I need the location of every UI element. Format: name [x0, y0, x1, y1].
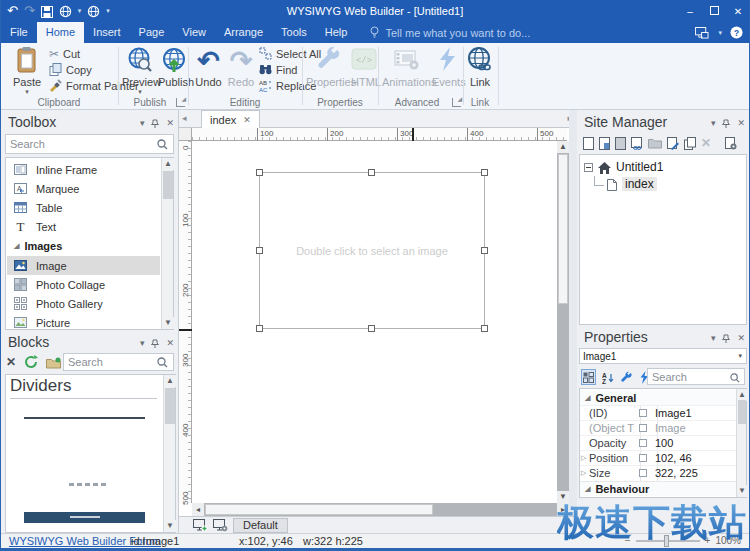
page-icon[interactable] — [615, 136, 626, 150]
redo-button[interactable]: ↷ Redo — [226, 45, 256, 88]
tab-arrange[interactable]: Arrange — [215, 22, 272, 43]
blocks-refresh-icon[interactable] — [24, 355, 38, 369]
properties-menu-caret[interactable]: ▾ — [711, 333, 716, 343]
cut-button[interactable]: ✂ Cut — [49, 46, 80, 61]
wrench-icon[interactable] — [620, 370, 633, 384]
publish-dialog-launcher[interactable] — [176, 98, 185, 107]
blocks-close-icon[interactable]: ✕ — [166, 338, 174, 348]
toolbox-item-photo-collage[interactable]: Photo Collage — [7, 275, 160, 294]
selection-handle[interactable] — [481, 325, 488, 332]
site-manager-menu-caret[interactable]: ▾ — [711, 118, 716, 128]
toolbox-item-text[interactable]: T Text — [7, 217, 160, 236]
property-flag[interactable] — [634, 409, 651, 417]
blocks-scrollbar[interactable]: ▲ ▼ — [163, 375, 175, 532]
selection-handle[interactable] — [481, 247, 488, 254]
help-icon[interactable]: ? — [730, 26, 743, 40]
selection-handle[interactable] — [256, 325, 263, 332]
scrollbar-thumb[interactable] — [738, 400, 746, 424]
toolbox-item-table[interactable]: Table — [7, 198, 160, 217]
property-grid-scrollbar[interactable]: ▲ ▼ — [736, 389, 746, 497]
scrollbar-thumb[interactable] — [163, 171, 173, 199]
toolbox-item-image[interactable]: Image — [7, 256, 160, 275]
toolbox-menu-caret[interactable]: ▾ — [140, 118, 145, 128]
scroll-up-icon[interactable]: ▲ — [164, 375, 176, 387]
new-page-icon[interactable] — [583, 136, 594, 150]
selection-handle[interactable] — [368, 169, 375, 176]
property-row-id[interactable]: (ID) Image1 — [580, 405, 736, 420]
tab-view[interactable]: View — [173, 22, 215, 43]
page-properties-icon[interactable] — [725, 136, 737, 150]
property-section-general[interactable]: ◢ General — [580, 390, 736, 405]
scroll-up-icon[interactable]: ▲ — [557, 141, 569, 153]
divider-preview-with-text[interactable] — [68, 483, 106, 486]
display-mode-icon[interactable] — [695, 26, 710, 39]
site-manager-pin-icon[interactable] — [722, 118, 730, 129]
maximize-button[interactable] — [707, 6, 721, 17]
tab-insert[interactable]: Insert — [84, 22, 130, 43]
toolbox-item-marquee[interactable]: A Marquee — [7, 179, 160, 198]
blocks-pin-icon[interactable] — [151, 338, 159, 349]
row-expander-icon[interactable]: ▷ — [581, 454, 586, 462]
preview-button[interactable]: Preview ▾ — [122, 45, 158, 96]
scroll-up-icon[interactable]: ▲ — [162, 158, 174, 170]
advanced-dialog-launcher[interactable] — [452, 98, 461, 107]
property-row-position[interactable]: ▷ Position 102, 46 — [580, 450, 736, 465]
html-button[interactable]: </> HTML — [351, 45, 377, 88]
tab-close-icon[interactable]: ✕ — [243, 115, 251, 125]
toolbox-scrollbar[interactable]: ▲ ▼ — [161, 158, 173, 329]
site-tree-root-row[interactable]: Untitled1 — [584, 160, 663, 174]
tell-me-box[interactable]: Tell me what you want to do... — [370, 22, 530, 43]
tab-file[interactable]: File — [1, 22, 37, 43]
tab-page[interactable]: Page — [130, 22, 174, 43]
scrollbar-thumb[interactable] — [165, 388, 175, 424]
close-button[interactable]: ✕ — [731, 6, 745, 17]
selection-handle[interactable] — [481, 169, 488, 176]
sort-alphabetical-icon[interactable]: AZ — [602, 370, 614, 383]
scrollbar-thumb[interactable] — [558, 154, 568, 304]
toolbox-item-picture[interactable]: Picture — [7, 313, 160, 332]
display-mode-caret[interactable]: ▾ — [718, 29, 722, 37]
add-breakpoint-icon[interactable] — [193, 518, 208, 532]
folder-icon[interactable] — [648, 137, 662, 150]
properties-button[interactable]: Properties — [306, 45, 351, 88]
scrollbar-thumb[interactable] — [205, 504, 433, 515]
document-tab-index[interactable]: index ✕ — [201, 110, 260, 128]
paste-button[interactable]: Paste ▾ — [9, 45, 45, 96]
property-value[interactable]: Image1 — [651, 407, 736, 419]
tab-tools[interactable]: Tools — [272, 22, 316, 43]
copy-button[interactable]: Copy — [49, 62, 92, 77]
clone-page-icon[interactable] — [684, 136, 696, 150]
publish-button[interactable]: Publish — [158, 45, 190, 88]
toolbox-search-input[interactable] — [6, 138, 157, 150]
canvas-horizontal-scrollbar[interactable]: ◂ ▸ — [192, 503, 569, 516]
tab-scroll-left-icon[interactable]: ◂ — [182, 113, 187, 123]
property-section-behaviour[interactable]: ◢ Behaviour — [580, 481, 736, 496]
page-canvas[interactable]: Double click to select an image — [192, 141, 557, 503]
find-button[interactable]: Find — [259, 62, 297, 77]
scroll-down-icon[interactable]: ▼ — [162, 317, 174, 329]
minimize-button[interactable]: – — [683, 6, 697, 17]
animations-button[interactable]: Animations — [382, 45, 432, 88]
add-page-icon[interactable] — [599, 136, 610, 150]
property-row-size[interactable]: ▷ Size 322, 225 — [580, 465, 736, 480]
delete-page-icon[interactable]: ✕ — [701, 136, 711, 150]
edit-page-icon[interactable] — [667, 136, 679, 150]
toolbox-close-icon[interactable]: ✕ — [166, 118, 174, 128]
property-row-object-type[interactable]: (Object Ty... Image — [580, 420, 736, 435]
blocks-menu-caret[interactable]: ▾ — [140, 338, 145, 348]
breakpoint-default-button[interactable]: Default — [233, 518, 288, 533]
property-flag[interactable] — [634, 424, 651, 432]
combobox-caret-icon[interactable]: ▾ — [738, 352, 746, 360]
link-button[interactable]: Link — [466, 45, 494, 88]
selection-handle[interactable] — [256, 169, 263, 176]
blocks-search-input[interactable] — [64, 356, 157, 368]
property-flag[interactable] — [634, 439, 651, 447]
canvas-vertical-scrollbar[interactable]: ▲ ▼ — [557, 141, 569, 503]
blocks-delete-icon[interactable]: ✕ — [6, 355, 16, 369]
site-tree-page-row[interactable]: index — [607, 177, 657, 191]
object-selector-combobox[interactable]: Image1 ▾ — [579, 348, 747, 364]
manage-breakpoints-icon[interactable] — [213, 518, 228, 532]
blocks-folder-icon[interactable] — [46, 355, 61, 368]
undo-button[interactable]: ↶ Undo — [192, 45, 225, 88]
toolbox-item-inline-frame[interactable]: Inline Frame — [7, 160, 160, 179]
